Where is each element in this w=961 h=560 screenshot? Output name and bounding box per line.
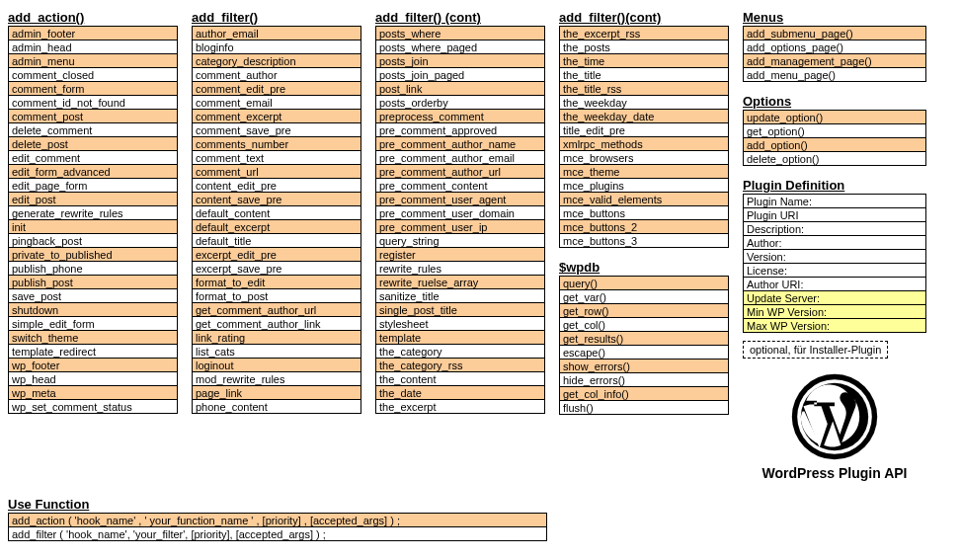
table-row: the_content <box>376 372 544 386</box>
table-row: default_excerpt <box>193 220 360 234</box>
table-row: mce_buttons_3 <box>560 234 728 248</box>
table-row: mce_theme <box>560 165 728 179</box>
table-row: posts_where_paged <box>376 40 544 54</box>
table-row: template <box>376 331 544 345</box>
table-row: Author: <box>744 236 925 250</box>
table-row: add_options_page() <box>744 40 925 54</box>
table-row: get_comment_author_link <box>193 317 360 331</box>
table-row: link_rating <box>193 331 360 345</box>
table-row: wp_footer <box>9 359 177 372</box>
table-row: rewrite_rules <box>376 262 544 276</box>
table-options: update_option()get_option()add_option()d… <box>743 110 926 166</box>
table-row: escape() <box>560 346 728 360</box>
table-row: content_save_pre <box>193 193 360 206</box>
table-row: edit_comment <box>9 151 177 165</box>
table-row: posts_orderby <box>376 96 544 110</box>
table-row: Min WP Version: <box>744 305 925 319</box>
table-row: stylesheet <box>376 317 544 331</box>
table-row: simple_edit_form <box>9 317 177 331</box>
columns-wrapper: add_action() admin_footeradmin_headadmin… <box>8 8 953 481</box>
table-row: template_redirect <box>9 345 177 359</box>
table-row: shutdown <box>9 303 177 317</box>
brand-title: WordPress Plugin API <box>743 465 926 481</box>
table-row: pre_comment_author_email <box>376 151 544 165</box>
table-row: author_email <box>193 27 360 40</box>
table-row: publish_post <box>9 276 177 289</box>
table-row: xmlrpc_methods <box>560 137 728 151</box>
table-row: the_excerpt <box>376 400 544 414</box>
table-row: wp_meta <box>9 386 177 400</box>
table-row: Plugin URI <box>744 208 925 222</box>
table-row: pre_comment_approved <box>376 123 544 137</box>
table-row: get_var() <box>560 290 728 304</box>
table-row: query_string <box>376 234 544 248</box>
table-use-function: add_action ( 'hook_name' , ' your_functi… <box>8 513 547 541</box>
col-add-filter-cont: add_filter() (cont) posts_whereposts_whe… <box>375 8 545 414</box>
table-row: the_date <box>376 386 544 400</box>
table-row: hide_errors() <box>560 373 728 387</box>
table-row: comment_url <box>193 165 360 179</box>
table-row: add_action ( 'hook_name' , ' your_functi… <box>9 514 546 527</box>
table-row: the_posts <box>560 40 728 54</box>
table-row: query() <box>560 277 728 290</box>
table-row: post_link <box>376 82 544 96</box>
table-row: save_post <box>9 289 177 303</box>
table-row: wp_head <box>9 372 177 386</box>
table-row: title_edit_pre <box>560 123 728 137</box>
table-row: get_col() <box>560 318 728 332</box>
table-row: preprocess_comment <box>376 110 544 123</box>
table-row: delete_option() <box>744 152 925 166</box>
table-add-filter: author_emailbloginfocategory_description… <box>192 26 361 414</box>
table-add-action: admin_footeradmin_headadmin_menucomment_… <box>8 26 178 414</box>
table-row: comments_number <box>193 137 360 151</box>
table-row: format_to_edit <box>193 276 360 289</box>
col-add-filter: add_filter() author_emailbloginfocategor… <box>192 8 361 414</box>
table-row: excerpt_save_pre <box>193 262 360 276</box>
table-row: get_comment_author_url <box>193 303 360 317</box>
table-row: flush() <box>560 401 728 415</box>
table-row: pingback_post <box>9 234 177 248</box>
table-row: admin_head <box>9 40 177 54</box>
col-add-filter-cont2: add_filter()(cont) the_excerpt_rssthe_po… <box>559 8 729 415</box>
col-add-action: add_action() admin_footeradmin_headadmin… <box>8 8 178 414</box>
table-row: Max WP Version: <box>744 319 925 333</box>
table-row: Author URI: <box>744 278 925 291</box>
table-row: comment_excerpt <box>193 110 360 123</box>
table-row: edit_form_advanced <box>9 165 177 179</box>
table-row: comment_email <box>193 96 360 110</box>
table-row: format_to_post <box>193 289 360 303</box>
table-add-filter-cont2: the_excerpt_rssthe_poststhe_timethe_titl… <box>559 26 729 248</box>
table-row: init <box>9 220 177 234</box>
table-row: the_weekday_date <box>560 110 728 123</box>
table-row: default_content <box>193 206 360 220</box>
table-row: add_menu_page() <box>744 68 925 82</box>
table-wpdb: query()get_var()get_row()get_col()get_re… <box>559 276 729 415</box>
table-row: the_weekday <box>560 96 728 110</box>
table-row: License: <box>744 264 925 278</box>
table-row: excerpt_edit_pre <box>193 248 360 262</box>
table-row: wp_set_comment_status <box>9 400 177 414</box>
header-options: Options <box>743 92 926 110</box>
table-row: Update Server: <box>744 291 925 305</box>
table-row: pre_comment_author_url <box>376 165 544 179</box>
table-menus: add_submenu_page()add_options_page()add_… <box>743 26 926 82</box>
table-row: show_errors() <box>560 360 728 373</box>
table-row: the_time <box>560 54 728 68</box>
col-right: Menus add_submenu_page()add_options_page… <box>743 8 926 481</box>
table-row: pre_comment_author_name <box>376 137 544 151</box>
table-row: mce_plugins <box>560 179 728 193</box>
header-add-action: add_action() <box>8 8 178 26</box>
header-add-filter-cont2: add_filter()(cont) <box>559 8 729 26</box>
table-row: the_title <box>560 68 728 82</box>
table-row: edit_page_form <box>9 179 177 193</box>
table-row: add_submenu_page() <box>744 27 925 40</box>
header-plugin-definition: Plugin Definition <box>743 176 926 194</box>
table-row: admin_menu <box>9 54 177 68</box>
table-row: comment_form <box>9 82 177 96</box>
wordpress-brand: WordPress Plugin API <box>743 372 926 481</box>
table-row: edit_post <box>9 193 177 206</box>
table-row: add_option() <box>744 138 925 152</box>
table-row: comment_save_pre <box>193 123 360 137</box>
header-add-filter: add_filter() <box>192 8 361 26</box>
table-row: pre_comment_user_domain <box>376 206 544 220</box>
